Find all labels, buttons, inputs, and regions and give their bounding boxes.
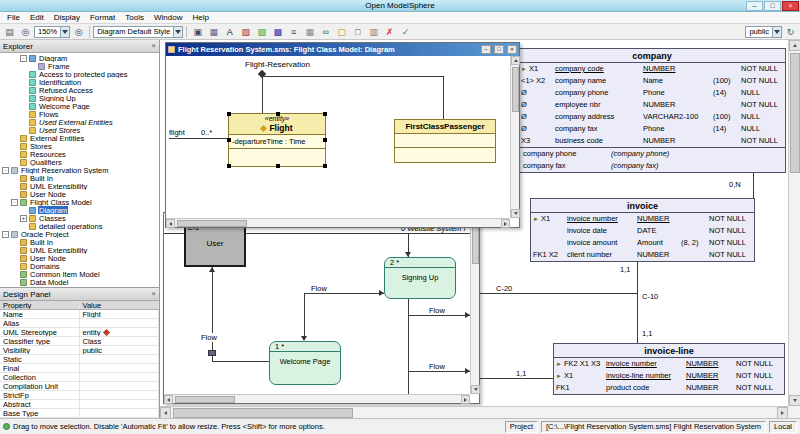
scroll-thumb[interactable]: [790, 53, 800, 173]
selection-handle[interactable]: [276, 112, 280, 116]
company-table[interactable]: company►X1company codeNUMBERNOT NULL<1> …: [518, 48, 786, 173]
font-icon[interactable]: A: [222, 25, 237, 38]
property-row[interactable]: Compilation Unit: [0, 382, 159, 391]
property-row[interactable]: Alias: [0, 319, 159, 328]
tree-item-used-external-entities[interactable]: Used External Entities: [0, 118, 159, 126]
scroll-thumb[interactable]: [175, 396, 235, 403]
column-row[interactable]: ►X1company codeNUMBERNOT NULL: [519, 63, 785, 75]
column-row[interactable]: invoice dateDATENOT NULL: [531, 225, 754, 237]
tree-item-signing-up[interactable]: Signing Up: [0, 94, 159, 102]
chevron-down-icon[interactable]: [60, 27, 69, 37]
horizontal-scrollbar[interactable]: [164, 394, 470, 403]
scroll-up-button[interactable]: [511, 56, 520, 65]
scroll-down-button[interactable]: [789, 395, 800, 406]
invoice-line-table[interactable]: invoice-line►FK2 X1 X3invoice numberNUMB…: [553, 343, 785, 395]
tree-item-common-item-model[interactable]: Common Item Model: [0, 270, 159, 278]
menu-edit[interactable]: Edit: [25, 12, 49, 24]
selection-handle[interactable]: [227, 112, 231, 116]
delete-icon[interactable]: ✗: [382, 25, 397, 38]
style-combobox[interactable]: Diagram Default Style: [93, 26, 183, 38]
scroll-down-button[interactable]: [511, 209, 520, 218]
panel-close-icon[interactable]: ×: [151, 290, 156, 298]
property-row[interactable]: Static: [0, 355, 159, 364]
tree-item-built-in[interactable]: Built In: [0, 238, 159, 246]
property-row[interactable]: Classifier typeClass: [0, 337, 159, 346]
column-row[interactable]: ►X1invoice numberNUMBERNOT NULL: [531, 213, 754, 225]
tree-item-stores[interactable]: Stores: [0, 142, 159, 150]
text-color-icon[interactable]: ▩: [270, 25, 285, 38]
menu-help[interactable]: Help: [187, 12, 213, 24]
close-button[interactable]: ×: [782, 1, 799, 11]
selection-handle[interactable]: [323, 112, 327, 116]
tree-item-uml-extensibility[interactable]: UML Extensibility: [0, 246, 159, 254]
column-row[interactable]: X3business codeNUMBERNOT NULL: [519, 135, 785, 147]
mdi-horizontal-scrollbar[interactable]: [160, 406, 788, 418]
tree-item-used-stores[interactable]: Used Stores: [0, 126, 159, 134]
column-row[interactable]: FK1product codeNUMBERNOT NULL: [554, 382, 784, 394]
scroll-left-button[interactable]: [166, 219, 175, 228]
tree-item-user-node[interactable]: User Node: [0, 254, 159, 262]
property-row[interactable]: Visibilitypublic: [0, 346, 159, 355]
scroll-thumb[interactable]: [173, 408, 353, 418]
zoom-tool-icon[interactable]: ◎: [18, 25, 33, 38]
selection-handle[interactable]: [276, 164, 280, 168]
chevron-down-icon[interactable]: [173, 27, 182, 37]
tree-item-built-in[interactable]: Built In: [0, 174, 159, 182]
expand-icon[interactable]: +: [20, 215, 27, 222]
property-row[interactable]: UML Stereotypeentity: [0, 328, 159, 337]
scroll-down-button[interactable]: [471, 385, 480, 394]
add-class-icon[interactable]: □: [350, 25, 365, 38]
property-row[interactable]: Base Type: [0, 409, 159, 418]
column-row[interactable]: ►FK2 X1 X3invoice numberNUMBERNOT NULL: [554, 358, 784, 370]
tree-item-frame[interactable]: Frame: [0, 62, 159, 70]
invoice-table[interactable]: invoice►X1invoice numberNUMBERNOT NULLin…: [530, 198, 755, 262]
tree-item-detailed-operations[interactable]: detailed operations: [0, 222, 159, 230]
process-signing-up[interactable]: 2 * Signing Up: [384, 257, 456, 299]
scroll-thumb[interactable]: [472, 224, 479, 264]
column-row[interactable]: FK1 X2client numberNUMBERNOT NULL: [531, 249, 754, 261]
tree-item-oracle-project[interactable]: -Oracle Project: [0, 230, 159, 238]
selection-handle[interactable]: [323, 164, 327, 168]
collapse-icon[interactable]: -: [2, 231, 9, 238]
zoom-fit-icon[interactable]: ◎: [71, 25, 86, 38]
selection-handle[interactable]: [227, 138, 231, 142]
tree-item-identification[interactable]: Identification: [0, 78, 159, 86]
footer-row[interactable]: company fax(company fax): [519, 160, 785, 172]
tree-item-external-entities[interactable]: External Entities: [0, 134, 159, 142]
first-class-passenger-class[interactable]: FirstClassPassenger: [394, 119, 496, 163]
column-row[interactable]: invoice amountAmount(8, 2)NOT NULL: [531, 237, 754, 249]
vertical-scrollbar[interactable]: [510, 56, 519, 218]
mdi-vertical-scrollbar[interactable]: [788, 40, 800, 406]
tree-item-flight-reservation-system[interactable]: -Flight Reservation System: [0, 166, 159, 174]
tree-item-refused-access[interactable]: Refused Access: [0, 86, 159, 94]
mdi-minimize-button[interactable]: –: [481, 45, 491, 54]
mdi-maximize-button[interactable]: □: [494, 45, 504, 54]
vertical-scrollbar[interactable]: [470, 213, 479, 394]
tree-item-data-model[interactable]: Data Model: [0, 278, 159, 286]
column-row[interactable]: Øcompany faxPhone(14)NULL: [519, 123, 785, 135]
column-row[interactable]: ►X1invoice-line numberNUMBERNOT NULL: [554, 370, 784, 382]
scroll-left-button[interactable]: [160, 407, 171, 418]
collapse-icon[interactable]: -: [20, 55, 27, 62]
selection-handle[interactable]: [323, 138, 327, 142]
tree-item-diagram[interactable]: Diagram: [0, 206, 159, 214]
tree-item-classes[interactable]: +Classes: [0, 214, 159, 222]
tree-item-diagram[interactable]: -Diagram: [0, 54, 159, 62]
column-row[interactable]: <1> X2company nameName(100)NOT NULL: [519, 75, 785, 87]
property-row[interactable]: Abstract: [0, 400, 159, 409]
align-icon[interactable]: ≡: [286, 25, 301, 38]
tree-item-access-to-protected-pages[interactable]: Access to protected pages: [0, 70, 159, 78]
collapse-icon[interactable]: -: [11, 199, 18, 206]
dfd-window[interactable]: 0 Website System f E-1 User 2 * Signing …: [163, 212, 480, 404]
maximize-button[interactable]: □: [764, 1, 781, 11]
column-row[interactable]: Øemployee nbrNUMBERNOT NULL: [519, 99, 785, 111]
tree-item-user-node[interactable]: User Node: [0, 190, 159, 198]
tree-item-flight-class-model[interactable]: -Flight Class Model: [0, 198, 159, 206]
mdi-window-titlebar[interactable]: Flight Reservation System.sms: Flight Cl…: [166, 43, 519, 56]
selection-handle[interactable]: [227, 164, 231, 168]
property-row[interactable]: Collection: [0, 373, 159, 382]
scroll-thumb[interactable]: [177, 220, 247, 227]
menu-file[interactable]: File: [2, 12, 25, 24]
tree-item-domains[interactable]: Domains: [0, 262, 159, 270]
property-row[interactable]: StrictFp: [0, 391, 159, 400]
